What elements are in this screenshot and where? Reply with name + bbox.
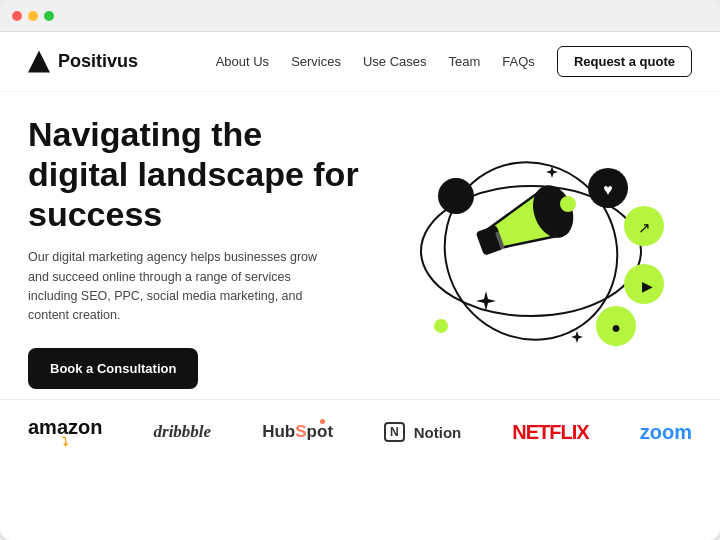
logo-text: Positivus (58, 51, 138, 72)
logo-zoom: zoom (640, 421, 692, 444)
amazon-arrow: ⤵ (28, 435, 102, 449)
hero-title: Navigating the digital landscape for suc… (28, 114, 360, 234)
hero-illustration: ♥ ↗ ▶ ● (360, 126, 692, 376)
logos-section: amazon ⤵ dribbble HubSpot N Notion NE (0, 399, 720, 463)
close-dot[interactable] (12, 11, 22, 21)
fullscreen-dot[interactable] (44, 11, 54, 21)
logo-netflix: NETFLIX (512, 421, 588, 444)
browser-bar (0, 0, 720, 32)
hubspot-text: HubSpot (262, 422, 333, 442)
hero-left: Navigating the digital landscape for suc… (28, 114, 360, 389)
hero-svg: ♥ ↗ ▶ ● (376, 136, 676, 366)
browser-frame: Positivus About Us Services Use Cases Te… (0, 0, 720, 540)
svg-point-19 (434, 319, 448, 333)
book-consultation-button[interactable]: Book a Consultation (28, 348, 198, 389)
logo-amazon: amazon ⤵ (28, 416, 102, 449)
logo: Positivus (28, 51, 138, 73)
logo-icon (28, 51, 50, 73)
nav-links: About Us Services Use Cases Team FAQs Re… (216, 46, 692, 77)
navbar: Positivus About Us Services Use Cases Te… (0, 32, 720, 92)
svg-text:↗: ↗ (638, 219, 651, 236)
svg-point-6 (438, 178, 474, 214)
nav-services[interactable]: Services (291, 54, 341, 69)
nav-team[interactable]: Team (449, 54, 481, 69)
svg-marker-18 (571, 331, 583, 343)
hero-description: Our digital marketing agency helps busin… (28, 248, 338, 326)
logo-hubspot: HubSpot (262, 422, 333, 442)
nav-faqs[interactable]: FAQs (502, 54, 535, 69)
minimize-dot[interactable] (28, 11, 38, 21)
hero-section: Navigating the digital landscape for suc… (0, 92, 720, 399)
svg-text:♥: ♥ (603, 181, 613, 198)
nav-use-cases[interactable]: Use Cases (363, 54, 427, 69)
request-quote-button[interactable]: Request a quote (557, 46, 692, 77)
notion-icon: N (384, 422, 405, 442)
page-content: Positivus About Us Services Use Cases Te… (0, 32, 720, 540)
notion-text: Notion (414, 424, 461, 441)
svg-text:▶: ▶ (642, 278, 653, 294)
nav-about[interactable]: About Us (216, 54, 269, 69)
zoom-text: zoom (640, 421, 692, 444)
svg-point-7 (560, 196, 576, 212)
dribbble-text: dribbble (154, 422, 212, 442)
logo-notion: N Notion (384, 422, 461, 442)
logo-dribbble: dribbble (154, 422, 212, 442)
netflix-text: NETFLIX (512, 421, 588, 444)
